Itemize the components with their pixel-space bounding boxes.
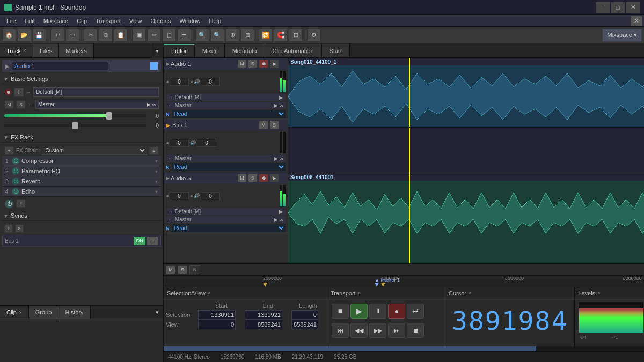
maximize-button[interactable]: □ [611, 2, 625, 13]
toolbar-zoom-fit-button[interactable]: ⊠ [240, 29, 254, 42]
track5-extra[interactable]: ▶ [269, 174, 279, 182]
toolbar-save-button[interactable]: 💾 [32, 29, 46, 42]
track5-mute[interactable]: M [237, 174, 247, 182]
track5-vol-input[interactable] [201, 192, 220, 200]
sends-header[interactable]: ▼ Sends [2, 211, 161, 221]
track5-solo[interactable]: S [248, 174, 258, 182]
fx-chain-menu[interactable]: ≡ [149, 146, 159, 155]
track1-mute[interactable]: M [237, 60, 247, 68]
tab-clip[interactable]: Clip × [0, 306, 29, 319]
menu-help[interactable]: Help [205, 17, 226, 25]
stop-end-button[interactable]: ⏹ [407, 323, 424, 338]
window-close-button[interactable]: ✕ [626, 2, 640, 13]
tab-track-close[interactable]: × [23, 48, 26, 54]
tab-editor[interactable]: Editor [164, 44, 195, 57]
track-name-input[interactable] [12, 62, 108, 70]
pause-button[interactable]: ⏸ [369, 304, 386, 319]
tab-start[interactable]: Start [322, 44, 350, 57]
track5-expand[interactable]: ▶ [166, 175, 170, 181]
tab-group[interactable]: Group [29, 306, 59, 319]
input-mon-btn[interactable]: i [14, 88, 24, 97]
toolbar-open-button[interactable]: 📂 [17, 29, 31, 42]
cursor-panel-close[interactable]: × [469, 290, 472, 296]
toolbar-grid-button[interactable]: ⊞ [289, 29, 303, 42]
view-length-input[interactable] [291, 320, 318, 329]
left-panel-menu[interactable]: ▾ [151, 44, 163, 58]
toolbar-pencil-button[interactable]: ✏ [147, 29, 161, 42]
toolbar-split-button[interactable]: ⊢ [177, 29, 191, 42]
sel-length-input[interactable] [291, 310, 318, 320]
track1-expand[interactable]: ▶ [166, 61, 170, 67]
send-on-button[interactable]: ON [134, 237, 145, 245]
bottom-left-panel-menu[interactable]: ▾ [151, 306, 163, 319]
fx-add-button[interactable]: + [4, 146, 14, 155]
menu-window[interactable]: Window [175, 17, 204, 25]
track-color-button[interactable] [150, 62, 158, 70]
master-mute[interactable]: M [166, 265, 175, 274]
fx-power-2[interactable]: ⏻ [12, 167, 19, 175]
input-dropdown[interactable]: Default [M] [33, 87, 159, 97]
tab-markers[interactable]: Markers [59, 44, 94, 57]
volume-fader-thumb[interactable] [106, 112, 112, 120]
view-end-input[interactable] [245, 320, 282, 329]
tab-files[interactable]: Files [33, 44, 59, 57]
tab-track[interactable]: Track × [0, 44, 33, 57]
sel-start-input[interactable] [198, 310, 236, 320]
fx-global-enable[interactable]: ⏻ [4, 199, 14, 209]
track5-default-route[interactable]: → Default [M] ▶ [166, 208, 286, 215]
send-remove-button[interactable]: × [15, 224, 24, 233]
fx-power-4[interactable]: ⏻ [12, 188, 19, 195]
toolbar-snap-button[interactable]: 🧲 [274, 29, 288, 42]
sel-end-input[interactable] [245, 310, 282, 320]
track1-rec[interactable]: ⏺ [259, 60, 268, 68]
output-route-dropdown[interactable]: Master ▶ ∞ [35, 100, 159, 109]
menu-clip[interactable]: Clip [72, 17, 91, 25]
bus1-solo[interactable]: S [269, 121, 279, 129]
master-solo[interactable]: S [178, 265, 187, 274]
fx-rack-header[interactable]: ▼ FX Rack [2, 132, 161, 143]
tab-metadata[interactable]: Metadata [225, 44, 265, 57]
mute-button[interactable]: M [4, 100, 14, 109]
loop-back-button[interactable]: ↩ [407, 304, 424, 319]
bus1-read-select[interactable]: Read [172, 163, 286, 171]
track-expand-arrow[interactable]: ▶ [5, 63, 10, 69]
scrollbar-thumb[interactable] [164, 346, 536, 351]
bus1-pan-input[interactable] [170, 139, 189, 147]
toolbar-loop-button[interactable]: 🔁 [259, 29, 273, 42]
tab-history[interactable]: History [58, 306, 90, 319]
toolbar-copy-button[interactable]: ⧉ [99, 29, 113, 42]
rewind-button[interactable]: ◀◀ [350, 323, 368, 338]
toolbar-settings-button[interactable]: ⚙ [307, 29, 321, 42]
pan-fader-thumb[interactable] [72, 122, 78, 129]
play-button[interactable]: ▶ [350, 304, 368, 319]
toolbar-zoom-in-button[interactable]: 🔍 [210, 29, 224, 42]
mini-scrollbar[interactable] [164, 346, 644, 351]
toolbar-undo-button[interactable]: ↩ [50, 29, 64, 42]
track1-pan-input[interactable] [170, 78, 189, 86]
send-off-button[interactable]: → [147, 237, 158, 245]
toolbar-paste-button[interactable]: 📋 [114, 29, 128, 42]
levels-panel-close[interactable]: × [597, 290, 601, 296]
menu-mixspace[interactable]: Mixspace [39, 17, 72, 25]
view-start-input[interactable] [198, 320, 236, 329]
input-rec-btn[interactable]: ⏺ [4, 88, 12, 96]
toolbar-redo-button[interactable]: ↪ [65, 29, 79, 42]
fx-add-bottom[interactable]: + [16, 199, 26, 208]
record-button[interactable]: ● [388, 304, 405, 319]
fx-power-1[interactable]: ⏻ [12, 157, 19, 165]
track1-solo[interactable]: S [248, 60, 258, 68]
menu-edit[interactable]: Edit [20, 17, 39, 25]
fast-forward-button[interactable]: ▶▶ [369, 323, 386, 338]
track5-read-select[interactable]: Read [172, 224, 286, 232]
toolbar-zoom-sel-button[interactable]: ⊕ [225, 29, 239, 42]
toolbar-select-button[interactable]: ▣ [132, 29, 146, 42]
track1-master-route[interactable]: ← Master ▶ ∞ [166, 102, 286, 109]
mixspace-dropdown[interactable]: Mixspace ▾ [602, 29, 642, 42]
transport-panel-close[interactable]: × [358, 290, 361, 296]
track1-extra[interactable]: ▶ [269, 60, 279, 68]
track5-rec[interactable]: ⏺ [259, 174, 268, 182]
tab-clip-automation[interactable]: Clip Automation [265, 44, 322, 57]
track5-pan-input[interactable] [170, 192, 189, 200]
menu-file[interactable]: File [2, 17, 20, 25]
track5-master-route[interactable]: ← Master ▶ ∞ [166, 216, 286, 223]
